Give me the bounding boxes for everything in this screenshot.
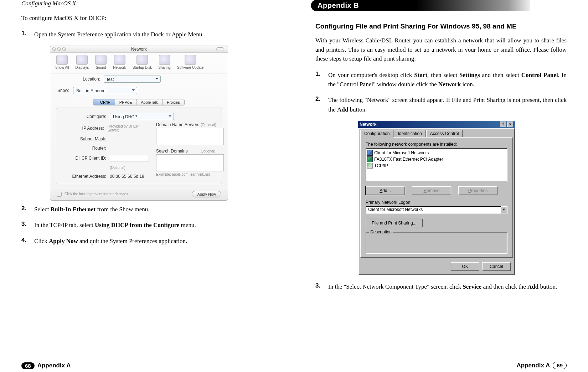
figure-windows-network: Network ? × Configuration Identification…	[358, 121, 515, 275]
ip-label: IP Address:	[63, 126, 108, 131]
tab-tcpip[interactable]: TCP/IP	[93, 99, 115, 105]
toolbar-sharing[interactable]: Sharing	[158, 55, 170, 69]
description-label: Description	[369, 229, 393, 234]
page-number-68: 68	[21, 362, 35, 369]
startup-disk-icon	[136, 55, 148, 65]
list-item[interactable]: FA310TX Fast Ethernet PCI Adapter	[367, 156, 506, 162]
ok-button[interactable]: OK	[451, 262, 479, 271]
primary-logon-combo[interactable]: Client for Microsoft Networks ▼	[366, 206, 507, 214]
client-icon	[367, 150, 373, 156]
toolbar-toggle-icon[interactable]	[216, 47, 224, 51]
mac-tcpip-panel: Configure: Using DHCP IP Address:(Provid…	[56, 108, 222, 184]
properties-button[interactable]: Properties	[458, 186, 497, 195]
tab-pppoe[interactable]: PPPoE	[115, 99, 136, 105]
tab-configuration[interactable]: Configuration	[360, 130, 393, 138]
figure-macos-network: Network Show All Displays Sound Network …	[50, 46, 228, 201]
network-icon	[114, 55, 125, 65]
sharing-icon	[159, 55, 170, 65]
ethernet-addr-label: Ethernet Address:	[63, 174, 110, 179]
toolbar-displays[interactable]: Displays	[75, 55, 89, 69]
nic-icon	[367, 156, 373, 162]
tab-identification[interactable]: Identification	[394, 130, 425, 138]
grid-icon	[56, 55, 68, 65]
page-right: Appendix B Configuring File and Print Sh…	[294, 0, 588, 372]
cancel-button[interactable]: Cancel	[482, 262, 511, 271]
list-item[interactable]: Client for Microsoft Networks	[367, 150, 506, 156]
step-1: 1. Open the System Preference applicatio…	[21, 30, 273, 39]
win-titlebar: Network ? ×	[358, 121, 515, 128]
components-label: The following network components are ins…	[366, 142, 507, 147]
search-domains-example: Example: apple.com, earthlink.net	[156, 172, 223, 176]
toolbar-startup-disk[interactable]: Startup Disk	[133, 55, 152, 69]
help-icon[interactable]: ?	[500, 122, 506, 127]
dhcp-client-label: DHCP Client ID:	[63, 156, 110, 161]
tab-proxies[interactable]: Proxies	[162, 99, 185, 105]
dhcp-client-input[interactable]	[110, 155, 149, 161]
zoom-icon[interactable]	[62, 47, 66, 51]
footer-label-left: Appendix A	[37, 362, 71, 369]
sound-icon	[95, 55, 107, 65]
close-icon[interactable]	[52, 47, 56, 51]
lock-hint: Click the lock to prevent further change…	[65, 192, 129, 196]
mac-toolbar: Show All Displays Sound Network Startup …	[50, 53, 228, 73]
add-button[interactable]: Add...	[366, 186, 405, 195]
software-update-icon	[185, 55, 196, 65]
remove-button[interactable]: Remove	[412, 186, 451, 195]
subnet-label: Subnet Mask:	[63, 136, 110, 141]
location-label: Location:	[57, 77, 104, 82]
dns-label: Domain Name Servers	[156, 122, 199, 127]
components-listbox[interactable]: Client for Microsoft Networks FA310TX Fa…	[366, 148, 507, 182]
apply-now-button[interactable]: Apply Now	[192, 191, 221, 197]
configure-label: Configure:	[63, 114, 110, 119]
toolbar-software-update[interactable]: Software Update	[177, 55, 204, 69]
router-label: Router:	[63, 146, 110, 151]
intro-paragraph: To configure MacOS X for DHCP:	[21, 14, 273, 23]
show-select[interactable]: Built-in Ethernet	[73, 87, 137, 94]
footer-left: 68 Appendix A	[21, 362, 74, 369]
page-left: Configuring MacOS X: To configure MacOS …	[0, 0, 294, 372]
appendix-b-badge: Appendix B	[311, 0, 530, 11]
toolbar-network[interactable]: Network	[113, 55, 126, 69]
toolbar-show-all[interactable]: Show All	[55, 55, 69, 69]
toolbar-sound[interactable]: Sound	[95, 55, 107, 69]
step-2: 2. Select Built-In Ethernet from the Sho…	[21, 205, 273, 214]
search-domains-label: Search Domains	[156, 149, 188, 154]
minimize-icon[interactable]	[57, 47, 61, 51]
search-domains-input[interactable]	[156, 154, 224, 171]
primary-logon-label: Primary Network Logon:	[366, 200, 507, 205]
right-step-2: 2. The following "Network" screen should…	[315, 95, 567, 114]
tab-access-control[interactable]: Access Control	[426, 130, 463, 138]
right-step-1: 1. On your computer's desktop click Star…	[315, 71, 567, 89]
win-tabs: Configuration Identification Access Cont…	[360, 130, 513, 138]
description-group: Description	[366, 232, 507, 254]
tab-appletalk[interactable]: AppleTalk	[136, 99, 163, 105]
chevron-down-icon: ▼	[501, 206, 507, 213]
dns-input[interactable]	[156, 128, 224, 145]
ip-note: (Provided by DHCP Server)	[108, 124, 149, 132]
page-number-69: 69	[553, 362, 567, 369]
protocol-icon	[367, 163, 373, 169]
close-icon[interactable]: ×	[507, 122, 514, 127]
mac-traffic-lights	[52, 47, 66, 51]
footer-right: Appendix A 69	[514, 362, 567, 369]
displays-icon	[76, 55, 88, 65]
file-print-sharing-button[interactable]: File and Print Sharing...	[366, 219, 423, 227]
section-heading: Configuring File and Print Sharing For W…	[315, 22, 567, 30]
right-step-3: 3. In the "Select Network Component Type…	[315, 282, 567, 291]
step-4: 4. Click Apply Now and quit the System P…	[21, 237, 273, 246]
step-3: 3. In the TCP/IP tab, select Using DHCP …	[21, 221, 273, 230]
mac-tabs: TCP/IP PPPoE AppleTalk Proxies	[50, 99, 228, 105]
dhcp-optional-note: (Optional)	[110, 166, 125, 170]
ethernet-addr-value: 00:30:65:66:5d:18	[110, 174, 144, 179]
intro-paragraph-right: With your Wireless Cable/DSL Router you …	[315, 36, 567, 63]
mac-window-title: Network	[50, 46, 228, 53]
section-title-macosx: Configuring MacOS X:	[21, 0, 273, 7]
lock-icon[interactable]	[57, 192, 62, 197]
win-title-text: Network	[360, 122, 376, 127]
show-label: Show:	[57, 88, 72, 93]
list-item[interactable]: TCP/IP	[367, 162, 506, 169]
location-select[interactable]: test	[104, 76, 161, 83]
footer-label-right: Appendix A	[516, 362, 550, 369]
configure-select[interactable]: Using DHCP	[110, 113, 174, 120]
